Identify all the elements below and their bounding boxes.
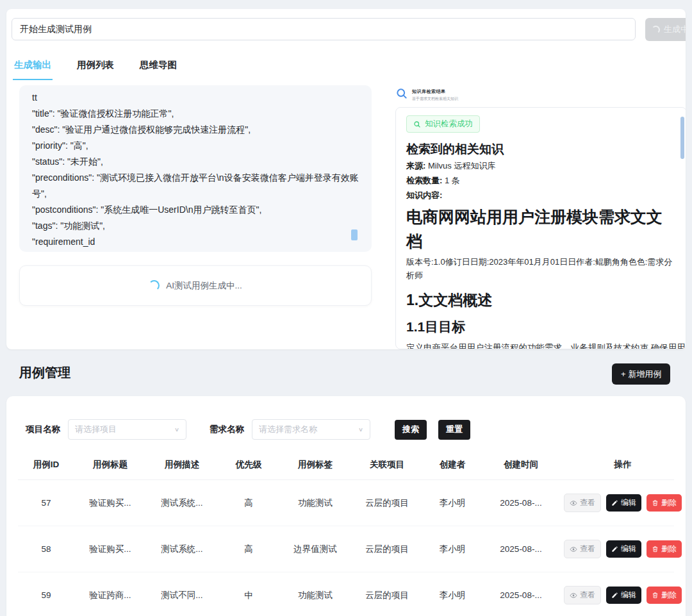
scrollbar-thumb[interactable] bbox=[680, 117, 684, 159]
cell-creator: 李小明 bbox=[423, 590, 482, 601]
cell-actions: 查看 编辑 删除 bbox=[560, 586, 686, 604]
cell-project: 云层的项目 bbox=[351, 497, 423, 509]
table-row[interactable]: 58 验证购买... 测试系统... 高 边界值测试 云层的项目 李小明 202… bbox=[18, 526, 674, 572]
reset-button[interactable]: 重置 bbox=[438, 420, 470, 440]
document-paragraph: 定义电商平台用用户注册流程的功能需求、业务规则及技术约束 确保用用户 bbox=[406, 342, 676, 349]
json-line: "tags": "功能测试", bbox=[32, 218, 359, 234]
generate-button[interactable]: 生成中... bbox=[645, 18, 686, 41]
header-project: 关联项目 bbox=[351, 459, 423, 470]
generation-panel: 生成中... 生成输出 用例列表 思维导图 tt "title": "验证微信授… bbox=[6, 9, 686, 349]
cell-tag: 边界值测试 bbox=[279, 544, 351, 555]
cell-case-title: 验证购买... bbox=[74, 544, 146, 555]
loading-text: AI测试用例生成中... bbox=[166, 280, 242, 292]
edit-button[interactable]: 编辑 bbox=[606, 587, 641, 604]
knowledge-status-text: 知识检索成功 bbox=[425, 119, 473, 129]
tab-mind-map[interactable]: 思维导图 bbox=[138, 56, 178, 80]
cell-case-desc: 测试系统... bbox=[146, 544, 218, 555]
cell-case-id: 57 bbox=[18, 498, 74, 508]
knowledge-header: 知识库检索结果 基于需求文档检索相关知识 bbox=[395, 87, 458, 102]
cell-case-desc: 测试系统... bbox=[146, 497, 218, 509]
cell-actions: 查看 编辑 删除 bbox=[560, 540, 686, 558]
eye-icon bbox=[570, 499, 577, 507]
tab-bar: 生成输出 用例列表 思维导图 bbox=[13, 56, 178, 80]
case-table: 用例ID 用例标题 用例描述 优先级 用例标签 关联项目 创建者 创建时间 操作… bbox=[18, 449, 674, 616]
cell-case-id: 59 bbox=[18, 590, 74, 600]
knowledge-source-value: Milvus 远程知识库 bbox=[425, 161, 495, 171]
cell-created: 2025-08-... bbox=[482, 590, 560, 600]
knowledge-source-label: 来源: bbox=[406, 161, 425, 171]
project-select[interactable]: 请选择项目 ∨ bbox=[68, 419, 186, 440]
search-icon bbox=[413, 121, 421, 128]
generation-loading-card: AI测试用例生成中... bbox=[19, 265, 372, 306]
document-meta: 版本号:1.0修订日日期:2023年年01月月01日日作者:鲲鹏角角色色:需求分… bbox=[406, 256, 676, 283]
delete-button[interactable]: 删除 bbox=[647, 540, 682, 558]
add-case-button[interactable]: + 新增用例 bbox=[612, 363, 670, 385]
project-name-label: 项目名称 bbox=[26, 424, 60, 435]
header-actions: 操作 bbox=[560, 459, 686, 470]
spinner-icon bbox=[149, 280, 160, 291]
cell-priority: 中 bbox=[218, 590, 279, 601]
trash-icon bbox=[652, 592, 659, 599]
header-case-id: 用例ID bbox=[18, 459, 74, 470]
case-management-card: 项目名称 请选择项目 ∨ 需求名称 请选择需求名称 ∨ 搜索 重置 用例ID 用… bbox=[6, 396, 686, 616]
header-creator: 创建者 bbox=[423, 459, 482, 470]
view-button[interactable]: 查看 bbox=[564, 586, 601, 604]
knowledge-content-label: 知识内容: bbox=[406, 189, 676, 202]
pencil-icon bbox=[611, 545, 618, 553]
knowledge-header-subtitle: 基于需求文档检索相关知识 bbox=[412, 96, 458, 102]
prompt-input[interactable] bbox=[12, 18, 636, 40]
cell-priority: 高 bbox=[218, 544, 279, 555]
json-output-block[interactable]: tt "title": "验证微信授权注册功能正常", "desc": "验证用… bbox=[19, 85, 372, 252]
cell-case-id: 58 bbox=[18, 544, 74, 554]
requirement-select-placeholder: 请选择需求名称 bbox=[259, 424, 317, 435]
table-header-row: 用例ID 用例标题 用例描述 优先级 用例标签 关联项目 创建者 创建时间 操作 bbox=[18, 449, 674, 480]
cell-tag: 功能测试 bbox=[279, 497, 351, 509]
header-tag: 用例标签 bbox=[279, 459, 351, 470]
json-line: "requirement_id bbox=[32, 234, 359, 250]
chevron-down-icon: ∨ bbox=[174, 426, 179, 433]
cell-created: 2025-08-... bbox=[482, 498, 560, 508]
knowledge-source: 来源: Milvus 远程知识库 bbox=[406, 160, 676, 172]
knowledge-count-value: 1 条 bbox=[442, 176, 459, 185]
page-title: 用例管理 bbox=[19, 364, 70, 381]
spinner-icon bbox=[652, 26, 660, 34]
chevron-down-icon: ∨ bbox=[358, 426, 363, 433]
document-title: 电商网网站用用户注册模块需求文文档 bbox=[406, 205, 676, 253]
knowledge-section-title: 检索到的相关知识 bbox=[406, 141, 676, 158]
table-row[interactable]: 59 验证跨商... 测试不同... 中 功能测试 云层的项目 李小明 2025… bbox=[18, 572, 674, 616]
delete-button[interactable]: 删除 bbox=[647, 494, 682, 512]
header-created: 创建时间 bbox=[482, 459, 560, 470]
view-button[interactable]: 查看 bbox=[564, 494, 601, 512]
knowledge-count-label: 检索数量: bbox=[406, 176, 442, 185]
tab-case-list[interactable]: 用例列表 bbox=[76, 56, 115, 80]
tab-generation-output[interactable]: 生成输出 bbox=[13, 56, 53, 80]
document-h2: 1.1目目标 bbox=[406, 318, 676, 336]
view-button[interactable]: 查看 bbox=[564, 540, 601, 558]
cell-creator: 李小明 bbox=[423, 497, 482, 509]
json-line: "postconditions": "系统生成唯一UserID\n用户跳转至首页… bbox=[32, 202, 359, 218]
json-line: "status": "未开始", bbox=[32, 154, 359, 170]
header-priority: 优先级 bbox=[218, 459, 279, 470]
pencil-icon bbox=[611, 592, 618, 599]
document-h1: 1.文文档概述 bbox=[406, 290, 676, 310]
cell-actions: 查看 编辑 删除 bbox=[560, 494, 686, 512]
generate-button-label: 生成中... bbox=[664, 24, 686, 35]
cell-case-title: 验证跨商... bbox=[74, 590, 146, 601]
cell-case-title: 验证购买... bbox=[74, 497, 146, 509]
cell-tag: 功能测试 bbox=[279, 590, 351, 601]
table-row[interactable]: 57 验证购买... 测试系统... 高 功能测试 云层的项目 李小明 2025… bbox=[18, 480, 674, 526]
requirement-select[interactable]: 请选择需求名称 ∨ bbox=[252, 419, 370, 440]
knowledge-count: 检索数量: 1 条 bbox=[406, 174, 676, 187]
json-line: "priority": "高", bbox=[32, 138, 359, 154]
edit-button[interactable]: 编辑 bbox=[606, 494, 641, 512]
delete-button[interactable]: 删除 bbox=[647, 587, 682, 604]
search-button[interactable]: 搜索 bbox=[395, 420, 427, 440]
edit-button[interactable]: 编辑 bbox=[606, 540, 641, 558]
project-select-placeholder: 请选择项目 bbox=[75, 424, 117, 435]
search-icon bbox=[395, 87, 408, 100]
eye-icon bbox=[570, 545, 577, 553]
json-line: "preconditions": "测试环境已接入微信开放平台\n设备安装微信客… bbox=[32, 170, 359, 202]
knowledge-card[interactable]: 知识检索成功 检索到的相关知识 来源: Milvus 远程知识库 检索数量: 1… bbox=[395, 107, 686, 349]
pencil-icon bbox=[611, 499, 618, 506]
knowledge-status-badge: 知识检索成功 bbox=[406, 115, 480, 133]
